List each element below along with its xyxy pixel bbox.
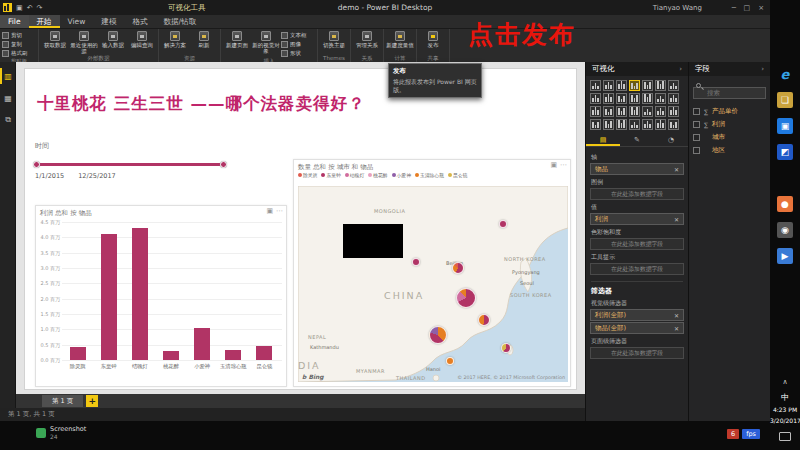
visual-type-icon[interactable]: [629, 119, 640, 130]
store-icon[interactable]: ▣: [777, 118, 793, 134]
collapse-pane-icon[interactable]: ›: [761, 65, 764, 73]
visual-type-icon[interactable]: [603, 93, 614, 104]
field-well-placeholder[interactable]: 在此处添加数据字段: [590, 263, 684, 275]
map-pie-bubble[interactable]: [412, 258, 420, 266]
visual-type-icon[interactable]: [668, 106, 679, 117]
visual-type-icon[interactable]: [642, 80, 653, 91]
visual-type-icon[interactable]: [655, 119, 666, 130]
bar-玉清琼心瓶[interactable]: [225, 350, 241, 360]
data-view-icon[interactable]: ▦: [0, 90, 16, 106]
ribbon-button-新建度量值[interactable]: 新建度量值: [386, 31, 414, 54]
ribbon-tab-建模[interactable]: 建模: [93, 15, 124, 28]
field-list-item[interactable]: 地区: [693, 144, 766, 157]
visual-type-icon[interactable]: [668, 80, 679, 91]
ribbon-button-解决方案[interactable]: 解决方案: [161, 31, 189, 54]
visual-type-icon[interactable]: [629, 93, 640, 104]
slicer-start-date[interactable]: 1/1/2015: [35, 172, 64, 180]
visual-type-icon[interactable]: [603, 119, 614, 130]
ribbon-tab-开始[interactable]: 开始: [29, 15, 60, 28]
report-page[interactable]: 十里桃花 三生三世 ——哪个法器卖得好？ 时间 1/1/2015 12/25/2…: [24, 68, 577, 390]
report-canvas[interactable]: 十里桃花 三生三世 ——哪个法器卖得好？ 时间 1/1/2015 12/25/2…: [16, 62, 585, 394]
visual-type-icon[interactable]: [629, 80, 640, 91]
field-well-placeholder[interactable]: 在此处添加数据字段: [590, 238, 684, 250]
close-icon[interactable]: ×: [758, 4, 764, 12]
ribbon-button-编辑查询[interactable]: 编辑查询: [128, 31, 156, 54]
bar-除灵旗[interactable]: [70, 347, 86, 360]
date-slicer-visual[interactable]: 时间 1/1/2015 12/25/2017: [35, 141, 235, 193]
ribbon-button-图像[interactable]: 图像: [281, 40, 315, 48]
signed-in-user[interactable]: Tianyao Wang: [653, 4, 702, 12]
minimize-icon[interactable]: ─: [732, 4, 736, 12]
visual-type-icon[interactable]: [642, 106, 653, 117]
action-center-icon[interactable]: [779, 432, 791, 441]
ribbon-tab-格式[interactable]: 格式: [124, 15, 155, 28]
more-options-icon[interactable]: ⋯: [560, 161, 567, 169]
slicer-start-handle[interactable]: [33, 161, 40, 168]
map-pie-bubble[interactable]: [456, 288, 476, 308]
ribbon-button-文本框[interactable]: 文本框: [281, 31, 315, 39]
field-list-item[interactable]: ∑产品单价: [693, 105, 766, 118]
visual-type-icon[interactable]: [642, 119, 653, 130]
remove-field-icon[interactable]: ✕: [674, 216, 679, 223]
field-list-item[interactable]: 城市: [693, 131, 766, 144]
field-list-item[interactable]: ∑利润: [693, 118, 766, 131]
visual-type-icon[interactable]: [655, 80, 666, 91]
maximize-icon[interactable]: □: [743, 4, 750, 12]
screenshot-app-chip[interactable]: Screenshot 24: [36, 425, 86, 440]
visual-type-icon[interactable]: [655, 93, 666, 104]
ribbon-button-新的视觉对象[interactable]: 新的视觉对象: [252, 31, 280, 57]
remove-field-icon[interactable]: ✕: [674, 312, 679, 319]
slicer-end-handle[interactable]: [220, 161, 227, 168]
bar-昆仑镜[interactable]: [256, 346, 272, 360]
visual-type-icon[interactable]: [668, 119, 679, 130]
map-pie-bubble[interactable]: [446, 357, 454, 365]
tab-format-icon[interactable]: ✎: [620, 134, 654, 146]
bar-结魄灯[interactable]: [132, 228, 148, 360]
visual-type-icon[interactable]: [603, 106, 614, 117]
focus-mode-icon[interactable]: ▣: [550, 161, 557, 169]
ribbon-button-最近使用的源[interactable]: 最近使用的源: [70, 31, 98, 54]
visual-type-icon[interactable]: [590, 80, 601, 91]
map-pie-bubble[interactable]: [429, 326, 447, 344]
add-page-button[interactable]: +: [86, 395, 98, 407]
ribbon-tab-数据/钻取[interactable]: 数据/钻取: [155, 15, 204, 28]
ribbon-button-新建页面[interactable]: 新建页面: [223, 31, 251, 57]
file-explorer-icon[interactable]: ❏: [777, 92, 793, 108]
field-checkbox[interactable]: [693, 121, 700, 128]
ribbon-button-格式刷[interactable]: 格式刷: [2, 49, 36, 57]
ribbon-button-发布[interactable]: 发布: [419, 31, 447, 54]
map-pie-bubble[interactable]: [501, 343, 511, 353]
save-icon[interactable]: ▣: [16, 4, 23, 12]
field-checkbox[interactable]: [693, 147, 700, 154]
remove-field-icon[interactable]: ✕: [674, 166, 679, 173]
ime-indicator[interactable]: 中: [770, 392, 800, 403]
legend-item[interactable]: 东皇钟: [321, 172, 340, 178]
map-visual[interactable]: 数量 总和 按 城市 和 物品 ▣ ⋯ 除灵旗东皇钟结魄灯桃花醉小爱神玉清琼心瓶…: [293, 159, 571, 387]
ribbon-button-管理关系[interactable]: 管理关系: [353, 31, 381, 54]
bing-logo[interactable]: b Bing: [302, 373, 324, 380]
field-well-placeholder[interactable]: 在此处添加数据字段: [590, 347, 684, 359]
field-well-pill[interactable]: 利润(全部)✕: [590, 309, 684, 321]
bar-东皇钟[interactable]: [101, 234, 117, 360]
relationships-view-icon[interactable]: ⧉: [0, 112, 16, 128]
bar-小爱神[interactable]: [194, 328, 210, 360]
clock-time[interactable]: 4:23 PM: [770, 406, 800, 413]
legend-item[interactable]: 玉清琼心瓶: [415, 172, 444, 178]
ribbon-button-剪切[interactable]: 剪切: [2, 31, 36, 39]
visual-type-icon[interactable]: [590, 93, 601, 104]
visual-type-icon[interactable]: [616, 93, 627, 104]
chevron-up-icon[interactable]: ∧: [770, 378, 800, 386]
recorder-app-icon[interactable]: ●: [777, 196, 793, 212]
ribbon-button-形状[interactable]: 形状: [281, 49, 315, 57]
visual-type-icon[interactable]: [603, 80, 614, 91]
field-checkbox[interactable]: [693, 134, 700, 141]
tab-fields-icon[interactable]: ▤: [586, 134, 620, 146]
page-tab[interactable]: 第 1 页: [42, 395, 83, 407]
tab-analytics-icon[interactable]: ◔: [654, 134, 688, 146]
ribbon-button-切换主题[interactable]: 切换主题: [320, 31, 348, 54]
report-view-icon[interactable]: ▥: [0, 68, 16, 84]
field-checkbox[interactable]: [693, 108, 700, 115]
ribbon-button-刷新[interactable]: 刷新: [190, 31, 218, 54]
field-well-placeholder[interactable]: 在此处添加数据字段: [590, 188, 684, 200]
redo-icon[interactable]: ↷: [37, 4, 43, 12]
